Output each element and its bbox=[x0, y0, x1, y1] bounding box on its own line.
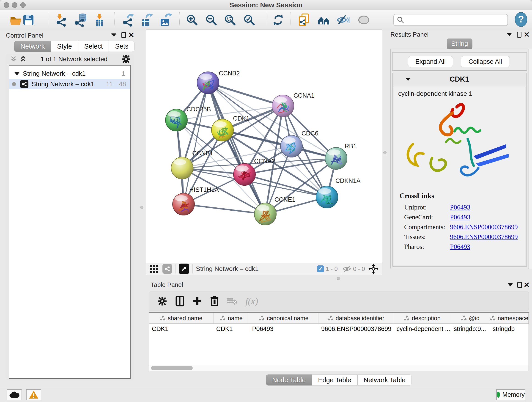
tab-select[interactable]: Select bbox=[78, 41, 109, 52]
panel-close-icon[interactable]: ✕ bbox=[524, 282, 530, 288]
delete-table-button[interactable] bbox=[227, 297, 237, 305]
search-input[interactable] bbox=[406, 16, 503, 24]
create-column-button[interactable] bbox=[193, 297, 202, 306]
panel-menu-icon[interactable] bbox=[111, 33, 116, 37]
network-canvas[interactable]: CCNB2CCNA1CDC25BCDK1CDC6RB1CCNB1CCNA2CDK… bbox=[146, 30, 382, 263]
export-table-button[interactable] bbox=[140, 13, 153, 27]
edge-HIST1H1A-CCNE1[interactable] bbox=[184, 204, 265, 214]
save-session-button[interactable] bbox=[22, 13, 35, 27]
node-CDK1[interactable]: CDK1 bbox=[211, 115, 249, 141]
tab-style[interactable]: Style bbox=[51, 41, 78, 52]
crosslink-link[interactable]: P06493 bbox=[450, 204, 470, 211]
cell-canonical-name[interactable]: P06493 bbox=[249, 324, 318, 334]
pan-crosshair-icon[interactable] bbox=[368, 264, 379, 274]
zoom-selected-button[interactable] bbox=[242, 13, 256, 27]
selected-checkbox-icon[interactable]: ✓ bbox=[317, 265, 324, 272]
tab-node-table[interactable]: Node Table bbox=[266, 375, 312, 385]
column-header-5[interactable]: @id bbox=[451, 313, 490, 323]
panel-float-icon[interactable] bbox=[121, 32, 126, 38]
expand-all-button[interactable]: Expand All bbox=[408, 56, 453, 67]
panel-close-icon[interactable]: ✕ bbox=[128, 32, 134, 38]
birds-eye-grid-icon[interactable] bbox=[150, 264, 158, 273]
table-hscrollbar[interactable] bbox=[149, 365, 529, 371]
show-columns-button[interactable] bbox=[175, 296, 184, 306]
open-in-window-icon[interactable] bbox=[179, 264, 189, 274]
table-hscroll-thumb[interactable] bbox=[151, 366, 193, 370]
network-collection-row[interactable]: String Network – cdk1 1 bbox=[9, 68, 130, 79]
tab-network[interactable]: Network bbox=[14, 41, 51, 52]
first-neighbors-button[interactable] bbox=[317, 13, 331, 27]
panel-close-icon[interactable]: ✕ bbox=[524, 32, 530, 38]
function-builder-button[interactable]: f(x) bbox=[245, 296, 258, 307]
panel-menu-icon[interactable] bbox=[508, 283, 513, 287]
cell-@id[interactable]: stringdb:9... bbox=[451, 324, 490, 334]
cell-description[interactable]: cyclin-dependent ... bbox=[394, 324, 451, 334]
column-header-1[interactable]: name bbox=[214, 313, 249, 323]
crosslink-link[interactable]: P06493 bbox=[450, 243, 470, 250]
hide-selected-button[interactable] bbox=[336, 13, 350, 27]
node-CDKN1A[interactable]: CDKN1A bbox=[316, 177, 361, 208]
node-HIST1H1A[interactable]: HIST1H1A bbox=[172, 186, 219, 215]
memory-button[interactable]: Memory bbox=[496, 389, 525, 400]
network-row[interactable]: String Network – cdk1 11 48 bbox=[9, 79, 130, 89]
cell-namespace[interactable]: stringdb bbox=[490, 324, 529, 334]
edge-CCNB2-CCNE1[interactable] bbox=[208, 83, 265, 214]
crosslink-link[interactable]: 9606.ENSP00000378699 bbox=[450, 233, 518, 240]
collapse-all-button[interactable]: Collapse All bbox=[461, 56, 510, 67]
tab-sets[interactable]: Sets bbox=[109, 41, 134, 52]
column-header-4[interactable]: description bbox=[394, 313, 451, 323]
edge-CCNB2-CCNA1[interactable] bbox=[208, 83, 283, 106]
panel-float-icon[interactable] bbox=[517, 282, 522, 288]
column-header-3[interactable]: database identifier bbox=[318, 313, 394, 323]
tab-network-table[interactable]: Network Table bbox=[357, 375, 412, 385]
results-scrollbar[interactable] bbox=[529, 49, 532, 269]
cell-database-identifier[interactable]: 9606.ENSP00000378699 bbox=[318, 324, 394, 334]
table-row[interactable]: CDK1CDK1P064939606.ENSP00000378699cyclin… bbox=[149, 324, 529, 334]
zoom-in-button[interactable] bbox=[185, 13, 199, 27]
cloud-button[interactable] bbox=[7, 389, 22, 400]
node-RB1[interactable]: RB1 bbox=[325, 143, 357, 169]
cell-name[interactable]: CDK1 bbox=[214, 324, 249, 334]
tree-expander-icon[interactable] bbox=[14, 72, 20, 75]
zoom-out-button[interactable] bbox=[204, 13, 218, 27]
import-table-file-button[interactable] bbox=[93, 13, 106, 27]
table-settings-button[interactable] bbox=[157, 296, 167, 306]
node-CCNE1[interactable]: CCNE1 bbox=[254, 196, 296, 225]
crosslink-link[interactable]: 9606.ENSP00000378699 bbox=[450, 223, 518, 230]
gene-expander-icon[interactable] bbox=[405, 78, 411, 81]
column-header-2[interactable]: canonical name bbox=[249, 313, 318, 323]
horizontal-splitter-handle[interactable] bbox=[337, 277, 340, 280]
panel-float-icon[interactable] bbox=[517, 32, 521, 38]
help-button[interactable]: ? bbox=[514, 13, 528, 26]
gene-header[interactable]: CDK1 bbox=[393, 73, 526, 86]
clone-network-button[interactable] bbox=[297, 13, 311, 27]
right-splitter-handle[interactable] bbox=[383, 151, 386, 154]
warning-button[interactable] bbox=[26, 389, 41, 400]
fit-content-button[interactable] bbox=[223, 13, 237, 27]
search-field[interactable] bbox=[393, 14, 508, 26]
edge-CCNB2-HIST1H1A[interactable] bbox=[184, 83, 208, 204]
left-splitter-handle[interactable] bbox=[140, 206, 143, 209]
column-header-0[interactable]: shared name bbox=[149, 313, 214, 323]
collapse-all-icon[interactable] bbox=[10, 56, 17, 63]
gear-icon[interactable] bbox=[121, 55, 131, 64]
open-session-button[interactable] bbox=[9, 13, 22, 27]
crosslink-link[interactable]: P06493 bbox=[450, 213, 470, 221]
node-CCNB1[interactable]: CCNB1 bbox=[171, 150, 213, 179]
export-network-button[interactable] bbox=[121, 13, 135, 27]
node-CCNA1[interactable]: CCNA1 bbox=[272, 92, 315, 117]
panel-menu-icon[interactable] bbox=[507, 33, 512, 36]
refresh-view-button[interactable] bbox=[271, 13, 285, 27]
delete-column-button[interactable] bbox=[210, 296, 219, 306]
show-all-button[interactable] bbox=[357, 13, 371, 27]
application-window: Session: New Session bbox=[0, 0, 532, 402]
column-header-6[interactable]: namespace bbox=[490, 313, 529, 323]
cell-shared-name[interactable]: CDK1 bbox=[149, 324, 214, 334]
tab-string[interactable]: String bbox=[447, 38, 472, 49]
import-network-file-button[interactable] bbox=[55, 13, 68, 27]
string-view-icon[interactable] bbox=[162, 264, 172, 274]
import-network-database-button[interactable] bbox=[74, 13, 88, 27]
export-image-button[interactable] bbox=[158, 13, 172, 27]
tab-edge-table[interactable]: Edge Table bbox=[312, 375, 357, 385]
expand-all-icon[interactable] bbox=[20, 56, 27, 63]
